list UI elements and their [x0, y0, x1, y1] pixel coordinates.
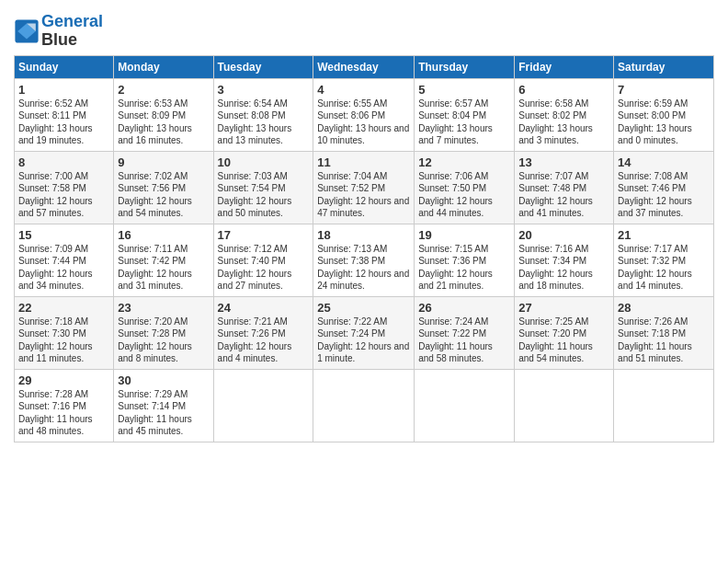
calendar-cell: 5 Sunrise: 6:57 AM Sunset: 8:04 PM Dayli…	[415, 78, 515, 151]
calendar-cell: 22 Sunrise: 7:18 AM Sunset: 7:30 PM Dayl…	[15, 296, 114, 369]
calendar-cell: 1 Sunrise: 6:52 AM Sunset: 8:11 PM Dayli…	[15, 78, 114, 151]
calendar-cell: 26 Sunrise: 7:24 AM Sunset: 7:22 PM Dayl…	[415, 296, 515, 369]
day-info: Sunrise: 6:59 AM Sunset: 8:00 PM Dayligh…	[618, 98, 710, 147]
day-number: 10	[218, 155, 310, 169]
day-number: 14	[618, 155, 710, 169]
day-info: Sunrise: 6:52 AM Sunset: 8:11 PM Dayligh…	[18, 98, 109, 147]
day-info: Sunrise: 7:09 AM Sunset: 7:44 PM Dayligh…	[18, 243, 109, 293]
day-number: 29	[18, 373, 109, 387]
day-info: Sunrise: 7:20 AM Sunset: 7:28 PM Dayligh…	[118, 316, 209, 365]
day-info: Sunrise: 6:58 AM Sunset: 8:02 PM Dayligh…	[518, 98, 609, 147]
day-info: Sunrise: 6:55 AM Sunset: 8:06 PM Dayligh…	[317, 98, 410, 147]
logo-icon	[14, 18, 40, 44]
day-info: Sunrise: 6:54 AM Sunset: 8:08 PM Dayligh…	[218, 98, 310, 147]
calendar-cell: 15 Sunrise: 7:09 AM Sunset: 7:44 PM Dayl…	[15, 224, 114, 296]
day-number: 28	[618, 301, 710, 315]
calendar-cell: 25 Sunrise: 7:22 AM Sunset: 7:24 PM Dayl…	[313, 296, 415, 369]
day-number: 24	[218, 301, 310, 315]
week-row-3: 15 Sunrise: 7:09 AM Sunset: 7:44 PM Dayl…	[15, 224, 714, 296]
day-number: 12	[418, 155, 510, 169]
day-info: Sunrise: 7:16 AM Sunset: 7:34 PM Dayligh…	[518, 243, 609, 293]
day-number: 6	[518, 83, 609, 97]
calendar-cell: 17 Sunrise: 7:12 AM Sunset: 7:40 PM Dayl…	[213, 224, 313, 296]
day-number: 5	[418, 83, 510, 97]
day-number: 16	[118, 228, 209, 242]
day-info: Sunrise: 7:02 AM Sunset: 7:56 PM Dayligh…	[118, 170, 209, 220]
calendar-cell	[313, 369, 415, 442]
calendar-cell: 4 Sunrise: 6:55 AM Sunset: 8:06 PM Dayli…	[313, 78, 415, 151]
weekday-header-row: SundayMondayTuesdayWednesdayThursdayFrid…	[15, 55, 714, 78]
day-number: 2	[118, 83, 209, 97]
day-number: 7	[618, 83, 710, 97]
day-number: 11	[317, 155, 410, 169]
day-number: 17	[218, 228, 310, 242]
calendar-cell: 6 Sunrise: 6:58 AM Sunset: 8:02 PM Dayli…	[515, 78, 614, 151]
day-number: 8	[18, 155, 109, 169]
day-info: Sunrise: 7:28 AM Sunset: 7:16 PM Dayligh…	[18, 388, 109, 438]
calendar-cell: 12 Sunrise: 7:06 AM Sunset: 7:50 PM Dayl…	[415, 151, 515, 224]
calendar-cell: 18 Sunrise: 7:13 AM Sunset: 7:38 PM Dayl…	[313, 224, 415, 296]
day-info: Sunrise: 7:07 AM Sunset: 7:48 PM Dayligh…	[518, 170, 609, 220]
day-number: 26	[418, 301, 510, 315]
day-info: Sunrise: 7:06 AM Sunset: 7:50 PM Dayligh…	[418, 170, 510, 220]
calendar-cell: 28 Sunrise: 7:26 AM Sunset: 7:18 PM Dayl…	[614, 296, 714, 369]
calendar-cell: 20 Sunrise: 7:16 AM Sunset: 7:34 PM Dayl…	[515, 224, 614, 296]
day-info: Sunrise: 7:11 AM Sunset: 7:42 PM Dayligh…	[118, 243, 209, 293]
calendar-cell: 7 Sunrise: 6:59 AM Sunset: 8:00 PM Dayli…	[614, 78, 714, 151]
calendar-cell: 11 Sunrise: 7:04 AM Sunset: 7:52 PM Dayl…	[313, 151, 415, 224]
day-info: Sunrise: 7:24 AM Sunset: 7:22 PM Dayligh…	[418, 316, 510, 365]
day-info: Sunrise: 7:21 AM Sunset: 7:26 PM Dayligh…	[218, 316, 310, 365]
day-info: Sunrise: 7:03 AM Sunset: 7:54 PM Dayligh…	[218, 170, 310, 220]
weekday-header-sunday: Sunday	[15, 55, 114, 78]
day-number: 13	[518, 155, 609, 169]
day-number: 4	[317, 83, 410, 97]
week-row-5: 29 Sunrise: 7:28 AM Sunset: 7:16 PM Dayl…	[15, 369, 714, 442]
logo: GeneralBlue	[14, 13, 103, 50]
day-number: 3	[218, 83, 310, 97]
day-number: 18	[317, 228, 410, 242]
day-info: Sunrise: 6:53 AM Sunset: 8:09 PM Dayligh…	[118, 98, 209, 147]
day-info: Sunrise: 7:26 AM Sunset: 7:18 PM Dayligh…	[618, 316, 710, 365]
weekday-header-thursday: Thursday	[415, 55, 515, 78]
week-row-2: 8 Sunrise: 7:00 AM Sunset: 7:58 PM Dayli…	[15, 151, 714, 224]
weekday-header-saturday: Saturday	[614, 55, 714, 78]
calendar-cell	[614, 369, 714, 442]
day-number: 1	[18, 83, 109, 97]
calendar-cell	[213, 369, 313, 442]
calendar-cell: 16 Sunrise: 7:11 AM Sunset: 7:42 PM Dayl…	[114, 224, 213, 296]
week-row-1: 1 Sunrise: 6:52 AM Sunset: 8:11 PM Dayli…	[15, 78, 714, 151]
day-info: Sunrise: 7:15 AM Sunset: 7:36 PM Dayligh…	[418, 243, 510, 293]
calendar-cell: 30 Sunrise: 7:29 AM Sunset: 7:14 PM Dayl…	[114, 369, 213, 442]
day-number: 15	[18, 228, 109, 242]
day-number: 9	[118, 155, 209, 169]
calendar-cell	[515, 369, 614, 442]
calendar-cell: 8 Sunrise: 7:00 AM Sunset: 7:58 PM Dayli…	[15, 151, 114, 224]
day-info: Sunrise: 7:25 AM Sunset: 7:20 PM Dayligh…	[518, 316, 609, 365]
day-number: 23	[118, 301, 209, 315]
day-info: Sunrise: 7:18 AM Sunset: 7:30 PM Dayligh…	[18, 316, 109, 365]
calendar-cell: 14 Sunrise: 7:08 AM Sunset: 7:46 PM Dayl…	[614, 151, 714, 224]
day-number: 27	[518, 301, 609, 315]
day-info: Sunrise: 7:13 AM Sunset: 7:38 PM Dayligh…	[317, 243, 410, 293]
day-info: Sunrise: 7:17 AM Sunset: 7:32 PM Dayligh…	[618, 243, 710, 293]
day-info: Sunrise: 7:22 AM Sunset: 7:24 PM Dayligh…	[317, 316, 410, 365]
calendar-cell: 24 Sunrise: 7:21 AM Sunset: 7:26 PM Dayl…	[213, 296, 313, 369]
weekday-header-wednesday: Wednesday	[313, 55, 415, 78]
day-info: Sunrise: 6:57 AM Sunset: 8:04 PM Dayligh…	[418, 98, 510, 147]
calendar-cell: 2 Sunrise: 6:53 AM Sunset: 8:09 PM Dayli…	[114, 78, 213, 151]
day-number: 20	[518, 228, 609, 242]
weekday-header-tuesday: Tuesday	[213, 55, 313, 78]
logo-text: GeneralBlue	[41, 13, 103, 50]
day-info: Sunrise: 7:29 AM Sunset: 7:14 PM Dayligh…	[118, 388, 209, 438]
calendar-cell: 29 Sunrise: 7:28 AM Sunset: 7:16 PM Dayl…	[15, 369, 114, 442]
calendar-table: SundayMondayTuesdayWednesdayThursdayFrid…	[14, 55, 714, 442]
weekday-header-friday: Friday	[515, 55, 614, 78]
day-number: 21	[618, 228, 710, 242]
day-number: 22	[18, 301, 109, 315]
calendar-cell: 27 Sunrise: 7:25 AM Sunset: 7:20 PM Dayl…	[515, 296, 614, 369]
calendar-cell: 13 Sunrise: 7:07 AM Sunset: 7:48 PM Dayl…	[515, 151, 614, 224]
day-info: Sunrise: 7:12 AM Sunset: 7:40 PM Dayligh…	[218, 243, 310, 293]
day-number: 19	[418, 228, 510, 242]
weekday-header-monday: Monday	[114, 55, 213, 78]
calendar-cell: 10 Sunrise: 7:03 AM Sunset: 7:54 PM Dayl…	[213, 151, 313, 224]
